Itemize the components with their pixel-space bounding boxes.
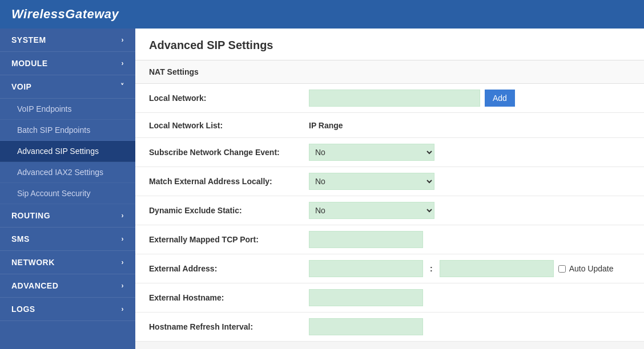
sidebar-item-module[interactable]: MODULE › (0, 52, 135, 75)
subscribe-network-change-event-row: Subscribe Network Change Event: No Yes (135, 138, 644, 167)
sidebar-item-voip[interactable]: VOIP ˅ (0, 75, 135, 99)
sidebar-item-sms[interactable]: SMS › (0, 228, 135, 251)
external-hostname-row: External Hostname: (135, 283, 644, 313)
local-network-row: Local Network: Add (135, 84, 644, 113)
sidebar-item-system-label: SYSTEM (11, 35, 46, 44)
chevron-right-icon: › (122, 36, 124, 44)
match-external-address-locally-label: Match External Address Locally: (149, 177, 309, 186)
content-area: Advanced SIP Settings NAT Settings Local… (135, 29, 644, 349)
sidebar-item-sms-label: SMS (11, 234, 30, 244)
section-title: NAT Settings (135, 60, 644, 84)
subscribe-network-change-event-control: No Yes (309, 144, 630, 161)
ip-range-column-label: IP Range (309, 121, 343, 130)
chevron-right-icon: › (122, 258, 124, 266)
sidebar-item-system[interactable]: SYSTEM › (0, 29, 135, 52)
external-hostname-input[interactable] (309, 289, 423, 306)
sidebar-item-sip-account-security[interactable]: Sip Account Security (0, 183, 135, 204)
sidebar-item-advanced-iax2-settings[interactable]: Advanced IAX2 Settings (0, 162, 135, 183)
hostname-refresh-interval-label: Hostname Refresh Interval: (149, 322, 309, 331)
page-title: Advanced SIP Settings (135, 29, 644, 60)
local-network-list-label: Local Network List: (149, 121, 309, 130)
add-button[interactable]: Add (485, 90, 515, 107)
hostname-refresh-interval-input[interactable] (309, 318, 423, 335)
sidebar-item-logs[interactable]: LOGS › (0, 298, 135, 321)
externally-mapped-tcp-port-control (309, 231, 630, 248)
sidebar-item-network[interactable]: NETWORK › (0, 251, 135, 274)
external-address-input1[interactable] (309, 260, 423, 277)
local-network-control: Add (309, 90, 630, 107)
sidebar-item-routing-label: ROUTING (11, 211, 50, 220)
app-header: WirelessGateway (0, 0, 644, 29)
sidebar-item-logs-label: LOGS (11, 305, 35, 314)
chevron-right-icon: › (122, 282, 124, 290)
sidebar-item-advanced[interactable]: ADVANCED › (0, 274, 135, 298)
colon-separator: : (430, 264, 433, 273)
sidebar-item-advanced-iax2-settings-label: Advanced IAX2 Settings (17, 168, 103, 177)
external-address-label: External Address: (149, 264, 309, 273)
app-title: WirelessGateway (11, 7, 119, 22)
match-external-address-locally-select[interactable]: No Yes (309, 173, 434, 190)
chevron-right-icon: › (122, 305, 124, 313)
subscribe-network-change-event-label: Subscribe Network Change Event: (149, 148, 309, 157)
externally-mapped-tcp-port-label: Externally Mapped TCP Port: (149, 235, 309, 244)
local-network-list-row: Local Network List: IP Range (135, 113, 644, 138)
dynamic-exclude-static-row: Dynamic Exclude Static: No Yes (135, 196, 644, 225)
sidebar-item-advanced-sip-settings[interactable]: Advanced SIP Settings (0, 141, 135, 162)
auto-update-label: Auto Update (558, 264, 614, 273)
sidebar-item-voip-endpoints-label: VoIP Endpoints (17, 104, 71, 113)
auto-update-checkbox[interactable] (558, 265, 566, 273)
local-network-label: Local Network: (149, 94, 309, 103)
sidebar-item-module-label: MODULE (11, 59, 48, 68)
chevron-right-icon: › (122, 59, 124, 67)
dynamic-exclude-static-label: Dynamic Exclude Static: (149, 206, 309, 215)
chevron-right-icon: › (122, 235, 124, 243)
sidebar-item-sip-account-security-label: Sip Account Security (17, 189, 90, 198)
sidebar-item-batch-sip-endpoints[interactable]: Batch SIP Endpoints (0, 120, 135, 141)
sidebar-item-routing[interactable]: ROUTING › (0, 204, 135, 228)
nat-settings-section: NAT Settings Local Network: Add Local Ne… (135, 60, 644, 342)
sidebar: SYSTEM › MODULE › VOIP ˅ VoIP Endpoints … (0, 29, 135, 349)
external-address-row: External Address: : Auto Update (135, 254, 644, 283)
match-external-address-locally-control: No Yes (309, 173, 630, 190)
external-hostname-control (309, 289, 630, 306)
external-address-control: : Auto Update (309, 260, 630, 277)
externally-mapped-tcp-port-input[interactable] (309, 231, 423, 248)
hostname-refresh-interval-row: Hostname Refresh Interval: (135, 313, 644, 342)
dynamic-exclude-static-control: No Yes (309, 202, 630, 219)
sidebar-item-voip-endpoints[interactable]: VoIP Endpoints (0, 99, 135, 120)
sidebar-item-network-label: NETWORK (11, 258, 55, 267)
sidebar-item-advanced-label: ADVANCED (11, 281, 58, 290)
local-network-input[interactable] (309, 90, 480, 107)
sidebar-item-voip-label: VOIP (11, 82, 31, 91)
external-hostname-label: External Hostname: (149, 293, 309, 302)
sidebar-item-advanced-sip-settings-label: Advanced SIP Settings (17, 147, 99, 156)
local-network-list-control: IP Range (309, 121, 630, 130)
chevron-right-icon: › (122, 212, 124, 220)
auto-update-text: Auto Update (569, 264, 614, 273)
match-external-address-locally-row: Match External Address Locally: No Yes (135, 167, 644, 196)
dynamic-exclude-static-select[interactable]: No Yes (309, 202, 434, 219)
subscribe-network-change-event-select[interactable]: No Yes (309, 144, 434, 161)
externally-mapped-tcp-port-row: Externally Mapped TCP Port: (135, 225, 644, 254)
hostname-refresh-interval-control (309, 318, 630, 335)
main-layout: SYSTEM › MODULE › VOIP ˅ VoIP Endpoints … (0, 29, 644, 349)
sidebar-item-batch-sip-endpoints-label: Batch SIP Endpoints (17, 125, 90, 135)
chevron-down-icon: ˅ (120, 83, 124, 91)
external-address-input2[interactable] (440, 260, 554, 277)
